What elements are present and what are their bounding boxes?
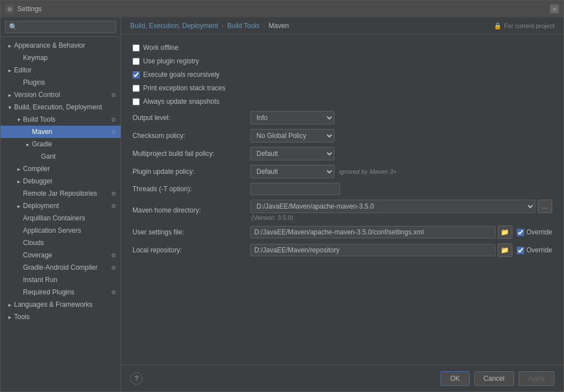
override-label: Override (526, 228, 552, 236)
expand-icon (5, 103, 14, 112)
settings-indicator-icon: ⚙ (109, 288, 117, 296)
search-box (1, 17, 121, 37)
user-settings-override-checkbox[interactable] (517, 229, 524, 236)
multiproject-fail-control: Default Never After Current At End Alway… (250, 147, 552, 160)
sidebar-item-arquillian[interactable]: Arquillian Containers (1, 212, 121, 224)
user-settings-row: 📁 (250, 225, 512, 239)
maven-home-row: D:/JavaEE/Maven/apache-maven-3.5.0 … (250, 200, 552, 213)
settings-indicator-icon: ⚙ (109, 251, 117, 259)
sidebar-item-label: Build, Execution, Deployment (14, 103, 117, 111)
footer-right: OK Cancel Apply (441, 371, 554, 386)
checksum-policy-select[interactable]: No Global Policy Warn Fail (250, 129, 334, 142)
breadcrumb-maven: Maven (269, 22, 289, 30)
user-settings-override[interactable]: Override (517, 228, 552, 236)
user-settings-control: 📁 Override (250, 225, 552, 239)
sidebar-item-label: Maven (32, 128, 109, 136)
local-repo-override-checkbox[interactable] (517, 247, 524, 254)
local-repo-input[interactable] (250, 244, 496, 256)
sidebar-item-label: Gradle (32, 140, 117, 148)
sidebar-item-app-servers[interactable]: Application Servers (1, 224, 121, 237)
sidebar-item-label: Deployment (23, 202, 109, 210)
plugin-update-select[interactable]: Default Always Never (250, 165, 334, 178)
breadcrumb-build[interactable]: Build, Execution, Deployment (130, 22, 218, 30)
sidebar-item-label: Appearance & Behavior (14, 41, 117, 49)
sidebar-item-instant-run[interactable]: Instant Run (1, 274, 121, 286)
sidebar-item-appearance[interactable]: Appearance & Behavior (1, 39, 121, 52)
sidebar-item-gradle-android[interactable]: Gradle-Android Compiler ⚙ (1, 261, 121, 274)
sidebar-item-label: Compiler (23, 165, 117, 173)
right-panel: Build, Execution, Deployment › Build Too… (121, 17, 563, 391)
always-update-row[interactable]: Always update snapshots (132, 98, 552, 105)
sidebar-item-tools[interactable]: Tools (1, 311, 121, 323)
sidebar-item-label: Instant Run (23, 276, 117, 284)
settings-indicator-icon: ⚙ (109, 91, 117, 99)
maven-home-select[interactable]: D:/JavaEE/Maven/apache-maven-3.5.0 (250, 200, 535, 213)
sidebar-item-remote-jar[interactable]: Remote Jar Repositories ⚙ (1, 187, 121, 200)
local-repo-override[interactable]: Override (517, 246, 552, 254)
sidebar-item-languages[interactable]: Languages & Frameworks (1, 298, 121, 311)
ok-button[interactable]: OK (441, 371, 469, 386)
user-settings-input[interactable] (250, 226, 496, 238)
expand-icon (5, 66, 14, 75)
sidebar-item-plugins[interactable]: Plugins (1, 76, 121, 89)
sidebar-item-clouds[interactable]: Clouds (1, 237, 121, 249)
execute-goals-checkbox[interactable] (132, 71, 140, 79)
maven-home-browse-btn[interactable]: … (538, 200, 552, 213)
sidebar-item-editor[interactable]: Editor (1, 64, 121, 76)
sidebar-item-debugger[interactable]: Debugger (1, 175, 121, 187)
sidebar-item-build-execution[interactable]: Build, Execution, Deployment (1, 101, 121, 113)
sidebar-item-version-control[interactable]: Version Control ⚙ (1, 89, 121, 101)
always-update-checkbox[interactable] (132, 98, 140, 105)
ignored-note: ignored by Maven 3+ (339, 168, 397, 175)
sidebar-item-label: Languages & Frameworks (14, 301, 117, 308)
project-icon: 🔒 (494, 22, 502, 30)
cancel-button[interactable]: Cancel (474, 371, 514, 386)
sidebar-item-label: Plugins (23, 79, 117, 86)
apply-button[interactable]: Apply (519, 371, 554, 386)
sidebar-item-deployment[interactable]: Deployment ⚙ (1, 200, 121, 212)
user-settings-label: User settings file: (132, 228, 245, 236)
sidebar-item-gant[interactable]: Gant (1, 150, 121, 163)
threads-input[interactable] (250, 183, 340, 195)
expand-icon (14, 115, 23, 124)
breadcrumb-buildtools[interactable]: Build Tools (227, 22, 260, 30)
settings-indicator-icon: ⚙ (109, 116, 117, 123)
sidebar-item-keymap[interactable]: Keymap (1, 52, 121, 64)
work-offline-checkbox[interactable] (132, 44, 140, 52)
sidebar-item-compiler[interactable]: Compiler (1, 163, 121, 175)
title-bar: ⚙ Settings ✕ (1, 1, 563, 17)
multiproject-fail-select[interactable]: Default Never After Current At End Alway… (250, 147, 334, 160)
checksum-policy-control: No Global Policy Warn Fail (250, 129, 552, 142)
sidebar-item-required-plugins[interactable]: Required Plugins ⚙ (1, 286, 121, 298)
footer-left: ? (130, 372, 143, 385)
sidebar-item-gradle[interactable]: Gradle (1, 138, 121, 150)
search-input[interactable] (5, 21, 116, 33)
help-button[interactable]: ? (130, 372, 143, 385)
sidebar-item-label: Required Plugins (23, 288, 109, 296)
user-settings-browse-btn[interactable]: 📁 (498, 225, 512, 239)
expand-icon (5, 312, 14, 321)
execute-goals-label: Execute goals recursively (143, 71, 219, 79)
close-button[interactable]: ✕ (550, 4, 559, 13)
sidebar-item-coverage[interactable]: Coverage ⚙ (1, 249, 121, 261)
active-indicator (119, 126, 121, 138)
execute-goals-row[interactable]: Execute goals recursively (132, 71, 552, 79)
maven-version-text: (Version: 3.5.0) (251, 214, 294, 221)
use-plugin-registry-row[interactable]: Use plugin registry (132, 57, 552, 65)
print-exception-row[interactable]: Print exception stack traces (132, 84, 552, 92)
sidebar-item-maven[interactable]: Maven ⚙ (1, 126, 121, 138)
sidebar-item-build-tools[interactable]: Build Tools ⚙ (1, 113, 121, 126)
window-title: Settings (17, 5, 42, 13)
threads-label: Threads (-T option): (132, 185, 245, 193)
output-level-select[interactable]: Info Debug Warn Error (250, 111, 334, 124)
settings-indicator-icon: ⚙ (109, 264, 117, 271)
expand-icon (5, 41, 14, 50)
local-repo-browse-btn[interactable]: 📁 (498, 243, 512, 257)
work-offline-row[interactable]: Work offline (132, 44, 552, 52)
title-bar-left: ⚙ Settings (5, 4, 42, 13)
print-exception-checkbox[interactable] (132, 85, 140, 92)
breadcrumb-sep-2: › (263, 22, 265, 30)
use-plugin-registry-checkbox[interactable] (132, 58, 140, 65)
sidebar-item-label: Clouds (23, 239, 117, 247)
sidebar-item-label: Gant (41, 153, 117, 160)
